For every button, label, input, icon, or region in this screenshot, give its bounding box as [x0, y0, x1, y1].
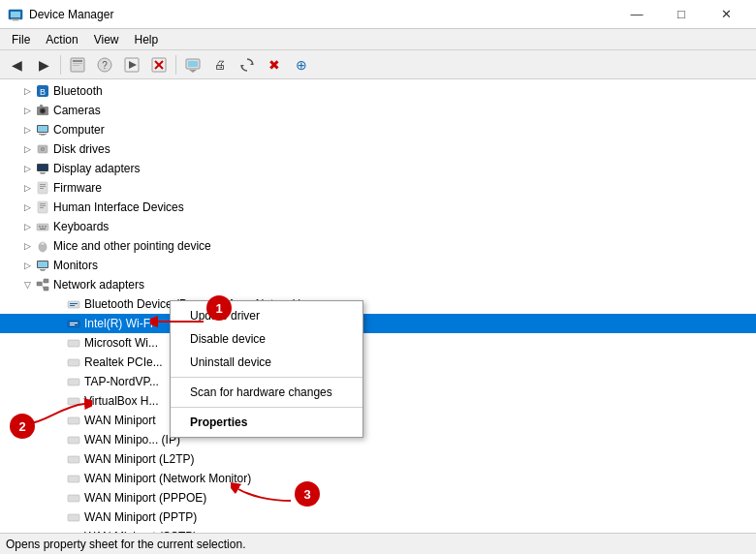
svg-rect-28 — [41, 135, 45, 136]
svg-rect-62 — [70, 303, 78, 304]
window-title: Device Manager — [29, 8, 614, 21]
ctx-properties[interactable]: Properties — [171, 411, 362, 434]
svg-rect-45 — [39, 226, 41, 228]
tree-toggle-spacer — [50, 529, 66, 533]
cameras-icon — [35, 103, 50, 118]
main-content: ▷ B Bluetooth ▷ Cameras ▷ Computer ▷ — [0, 79, 756, 533]
tree-toggle: ▷ — [19, 219, 35, 234]
ctx-uninstall-device[interactable]: Uninstall device — [171, 351, 362, 374]
menu-help[interactable]: Help — [127, 31, 167, 48]
net-device-icon — [66, 296, 81, 312]
firmware-icon — [35, 180, 50, 196]
tree-item-ms-wifi[interactable]: Microsoft Wi... — [0, 333, 756, 353]
svg-rect-56 — [37, 282, 42, 286]
tree-item-bluetooth-pan[interactable]: Bluetooth Device (Personal Area Network) — [0, 294, 756, 314]
svg-rect-43 — [40, 207, 44, 208]
svg-line-60 — [42, 284, 44, 289]
tree-toggle-spacer — [50, 296, 66, 312]
svg-rect-27 — [39, 134, 47, 135]
toolbar-sep-2 — [175, 55, 176, 75]
tree-item-wan7[interactable]: WAN Miniport (SSTP) — [0, 527, 756, 533]
tree-item-virtualbox[interactable]: VirtualBox H... — [0, 391, 756, 411]
svg-rect-3 — [13, 19, 18, 21]
ctx-sep-1 — [171, 377, 362, 378]
tree-toggle: ▽ — [19, 277, 35, 292]
tree-panel[interactable]: ▷ B Bluetooth ▷ Cameras ▷ Computer ▷ — [0, 79, 756, 533]
net-device-icon-2 — [66, 335, 81, 351]
svg-rect-47 — [45, 226, 47, 228]
tree-item-tap-nordvpn[interactable]: TAP-NordVP... — [0, 372, 756, 391]
ctx-update-driver[interactable]: Update driver — [171, 304, 362, 327]
tree-item-wan4[interactable]: WAN Miniport (Network Monitor) — [0, 469, 756, 488]
disk-label: Disk drives — [53, 142, 110, 156]
svg-rect-70 — [68, 398, 79, 405]
monitors-icon — [35, 258, 50, 273]
toolbar-delete[interactable]: ✖ — [262, 53, 287, 77]
tree-toggle: ▷ — [19, 83, 35, 99]
close-button[interactable]: ✕ — [704, 0, 748, 29]
tap-label: TAP-NordVP... — [84, 375, 159, 388]
tree-toggle-spacer — [50, 451, 66, 467]
tree-item-hid[interactable]: ▷ Human Interface Devices — [0, 198, 756, 217]
realtek-label: Realtek PCIe... — [84, 355, 163, 369]
toolbar-uninstall[interactable] — [146, 53, 172, 77]
toolbar-add-hardware[interactable]: ⊕ — [289, 53, 314, 77]
status-bar: Opens property sheet for the current sel… — [0, 533, 756, 554]
net-device-icon-10 — [66, 490, 81, 506]
toolbar-update-driver[interactable]: ? — [92, 53, 117, 77]
minimize-button[interactable]: — — [614, 0, 659, 29]
tree-item-bluetooth[interactable]: ▷ B Bluetooth — [0, 81, 756, 101]
wan7-label: WAN Miniport (SSTP) — [84, 530, 197, 533]
toolbar-refresh[interactable] — [235, 53, 260, 77]
tree-toggle: ▷ — [19, 258, 35, 273]
tree-item-monitors[interactable]: ▷ Monitors — [0, 256, 756, 275]
tree-item-cameras[interactable]: ▷ Cameras — [0, 101, 756, 120]
wan1-label: WAN Miniport — [84, 414, 156, 427]
menu-view[interactable]: View — [86, 31, 127, 48]
tree-item-disk-drives[interactable]: ▷ Disk drives — [0, 139, 756, 159]
ctx-scan-hardware[interactable]: Scan for hardware changes — [171, 381, 362, 404]
network-adapters-label: Network adapters — [53, 278, 144, 292]
tree-item-wan3[interactable]: WAN Miniport (L2TP) — [0, 449, 756, 469]
toolbar-scan[interactable] — [180, 53, 205, 77]
tree-toggle: ▷ — [19, 200, 35, 215]
tree-item-keyboards[interactable]: ▷ Keyboards — [0, 217, 756, 236]
tree-item-wan5[interactable]: WAN Miniport (PPPOE) — [0, 488, 756, 508]
toolbar-enable[interactable] — [119, 53, 144, 77]
tree-toggle-spacer — [50, 413, 66, 428]
tree-item-realtek[interactable]: Realtek PCIe... — [0, 353, 756, 372]
menu-action[interactable]: Action — [38, 31, 85, 48]
hid-label: Human Interface Devices — [53, 200, 184, 214]
toolbar-properties[interactable] — [65, 53, 90, 77]
svg-rect-69 — [68, 379, 79, 385]
tree-toggle-spacer — [50, 432, 66, 447]
tree-item-mice[interactable]: ▷ Mice and other pointing device — [0, 236, 756, 256]
svg-rect-75 — [68, 495, 79, 502]
tree-item-computer[interactable]: ▷ Computer — [0, 120, 756, 139]
tree-item-wan6[interactable]: WAN Miniport (PPTP) — [0, 508, 756, 527]
svg-rect-57 — [44, 279, 48, 283]
svg-rect-35 — [41, 173, 45, 174]
menu-file[interactable]: File — [4, 31, 38, 48]
svg-rect-34 — [40, 172, 46, 173]
tree-item-wan1[interactable]: WAN Miniport — [0, 411, 756, 430]
tree-item-display-adapters[interactable]: ▷ Display adapters — [0, 159, 756, 178]
toolbar-back[interactable]: ◀ — [4, 53, 29, 77]
svg-rect-6 — [73, 63, 82, 64]
ctx-disable-device[interactable]: Disable device — [171, 327, 362, 351]
svg-rect-2 — [11, 18, 20, 19]
tree-item-intel-wifi[interactable]: Intel(R) Wi-Fi — [0, 314, 756, 333]
tree-item-firmware[interactable]: ▷ Firmware — [0, 178, 756, 198]
tree-item-wan2[interactable]: WAN Minipo... (IP) — [0, 430, 756, 449]
toolbar-forward[interactable]: ▶ — [31, 53, 56, 77]
tree-item-network-adapters[interactable]: ▽ Network adapters — [0, 275, 756, 294]
svg-text:B: B — [40, 87, 46, 97]
wan5-label: WAN Miniport (PPPOE) — [84, 491, 206, 505]
svg-text:?: ? — [102, 60, 108, 71]
maximize-button[interactable]: □ — [659, 0, 704, 29]
toolbar-print[interactable]: 🖨 — [207, 53, 233, 77]
tree-toggle: ▷ — [19, 161, 35, 176]
keyboard-icon — [35, 219, 50, 234]
ctx-sep-2 — [171, 407, 362, 408]
menu-bar: File Action View Help — [0, 29, 756, 50]
